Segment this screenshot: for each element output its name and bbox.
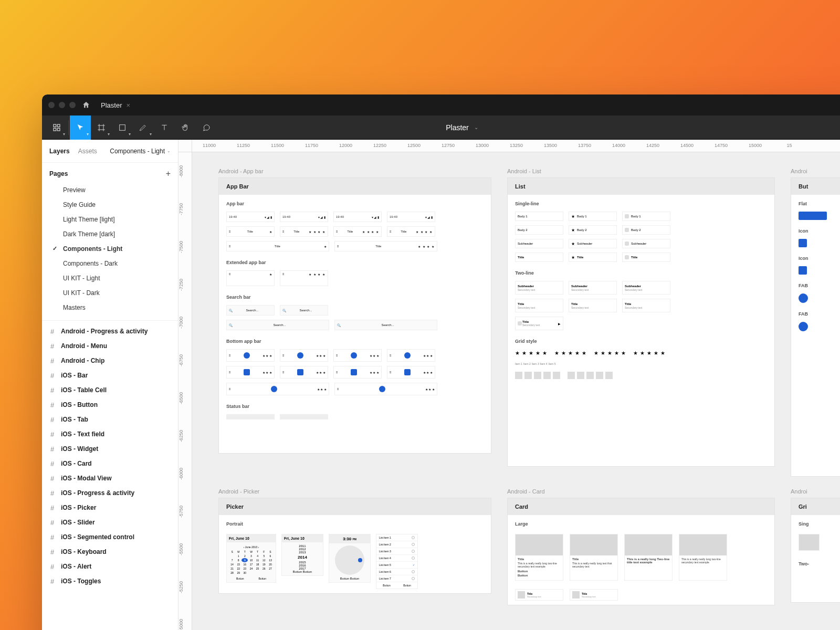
svg-rect-2 xyxy=(54,128,56,131)
layer-item[interactable]: iOS - Table Cell xyxy=(42,383,178,397)
page-item[interactable]: Dark Theme [dark] xyxy=(46,227,174,242)
comment-tool[interactable] xyxy=(196,116,217,140)
page-item[interactable]: Light Theme [light] xyxy=(46,212,174,227)
layer-item[interactable]: iOS - Modal View xyxy=(42,471,178,486)
chevron-down-icon: ⌄ xyxy=(167,149,171,153)
layer-list[interactable]: Android - Progress & activity Android - … xyxy=(42,321,178,630)
frame-android-card[interactable]: Android - Card Card Large TitleThis is a… xyxy=(507,488,775,605)
chevron-down-icon: ⌄ xyxy=(474,124,478,130)
close-icon[interactable]: × xyxy=(126,101,130,109)
chevron-down-icon: ▾ xyxy=(87,132,89,136)
svg-rect-0 xyxy=(54,124,56,127)
toolbar-divider xyxy=(68,120,69,135)
shape-tool[interactable]: ▾ xyxy=(112,116,133,140)
layer-item[interactable]: iOS - Alert xyxy=(42,559,178,574)
year-picker: Fri, June 10 201120122013 2014 201520162… xyxy=(281,534,323,576)
frame-title: Gri xyxy=(791,498,840,515)
chevron-down-icon: ▾ xyxy=(129,132,131,136)
frame-title: Picker xyxy=(219,498,491,515)
svg-rect-4 xyxy=(120,124,125,130)
layer-item[interactable]: iOS - Widget xyxy=(42,442,178,456)
main-toolbar: ▾ ▾ ▾ ▾ ▾ Plaster ⌄ xyxy=(42,116,840,140)
pen-tool[interactable]: ▾ xyxy=(133,116,154,140)
time-picker: 3:30 PM Button Button xyxy=(329,534,371,583)
plus-icon[interactable]: + xyxy=(166,169,171,178)
frame-android-list[interactable]: Android - List List Single-line Body 1 ★… xyxy=(507,168,775,467)
frame-title: List xyxy=(508,178,774,195)
page-item-selected[interactable]: Components - Light xyxy=(46,242,174,256)
traffic-close[interactable] xyxy=(48,102,55,108)
home-icon[interactable] xyxy=(82,101,90,109)
layer-item[interactable]: Android - Chip xyxy=(42,353,178,368)
chevron-down-icon: ▾ xyxy=(63,132,65,136)
page-item[interactable]: UI KIT - Dark xyxy=(46,286,174,300)
layer-item[interactable]: iOS - Picker xyxy=(42,500,178,515)
traffic-zoom[interactable] xyxy=(69,102,76,108)
page-item[interactable]: Style Guide xyxy=(46,197,174,212)
move-tool[interactable]: ▾ xyxy=(70,116,91,140)
canvas[interactable]: Android - App bar App Bar App bar 19:40▾… xyxy=(192,152,840,630)
page-item[interactable]: UI KIT - Light xyxy=(46,271,174,286)
panel-tabs: Layers Assets Components - Light ⌄ xyxy=(42,140,178,163)
page-item[interactable]: Components - Dark xyxy=(46,256,174,271)
traffic-lights[interactable] xyxy=(48,102,76,108)
tab-assets[interactable]: Assets xyxy=(78,148,97,155)
svg-rect-1 xyxy=(57,124,60,127)
list-picker: List item 1 List item 2 List item 3 List… xyxy=(376,534,418,589)
workspace: Layers Assets Components - Light ⌄ Pages… xyxy=(42,140,840,630)
layer-item[interactable]: Android - Menu xyxy=(42,339,178,353)
frame-android-button[interactable]: Androi But Flat Icon Icon FAB FAB xyxy=(791,168,840,477)
layer-item[interactable]: iOS - Toggles xyxy=(42,574,178,589)
layer-item[interactable]: iOS - Keyboard xyxy=(42,544,178,559)
date-picker: Fri, June 10 ‹ June 2010 › SMTWTFS 12345… xyxy=(226,534,276,583)
page-item[interactable]: Masters xyxy=(46,300,174,315)
layer-item[interactable]: iOS - Tab xyxy=(42,412,178,427)
layer-item[interactable]: iOS - Card xyxy=(42,456,178,471)
frame-android-grid[interactable]: Androi Gri Sing Two- xyxy=(791,488,840,603)
layer-item[interactable]: iOS - Progress & activity xyxy=(42,486,178,500)
pages-header: Pages + xyxy=(42,163,178,183)
layer-item[interactable]: iOS - Bar xyxy=(42,368,178,383)
file-tab[interactable]: Plaster × xyxy=(97,99,134,111)
layer-item[interactable]: iOS - Button xyxy=(42,397,178,412)
layer-item[interactable]: iOS - Slider xyxy=(42,515,178,530)
tab-layers[interactable]: Layers xyxy=(49,148,70,155)
frame-title: Card xyxy=(508,498,774,515)
layer-item[interactable]: iOS - Text field xyxy=(42,427,178,442)
ruler-horizontal: 1100011250115001175012000122501250012750… xyxy=(192,140,840,152)
frame-tool[interactable]: ▾ xyxy=(91,116,112,140)
hand-tool[interactable] xyxy=(175,116,196,140)
ruler-corner xyxy=(178,140,192,152)
layer-item[interactable]: iOS - Segmented control xyxy=(42,530,178,544)
traffic-minimize[interactable] xyxy=(59,102,65,108)
appbar-sample: 19:40▾ ◢ ▮ xyxy=(226,212,275,222)
tab-title: Plaster xyxy=(101,101,122,109)
frame-android-picker[interactable]: Android - Picker Picker Portrait Fri, Ju… xyxy=(218,488,491,594)
app-window: Plaster × ▾ ▾ ▾ ▾ ▾ xyxy=(42,94,840,630)
layer-item[interactable]: Android - Progress & activity xyxy=(42,324,178,339)
page-selector[interactable]: Components - Light ⌄ xyxy=(110,148,171,155)
frame-title: But xyxy=(791,178,840,195)
window-titlebar: Plaster × xyxy=(42,94,840,116)
svg-rect-3 xyxy=(57,128,60,131)
document-title[interactable]: Plaster ⌄ xyxy=(446,123,478,132)
ruler-vertical: -8000-7750-7500-7250-7000-6750-6500-6250… xyxy=(178,152,192,630)
page-list: Preview Style Guide Light Theme [light] … xyxy=(42,183,178,321)
left-panel: Layers Assets Components - Light ⌄ Pages… xyxy=(42,140,178,630)
frame-title: App Bar xyxy=(219,178,491,195)
chevron-down-icon: ▾ xyxy=(150,132,152,136)
page-item[interactable]: Preview xyxy=(46,183,174,197)
chevron-down-icon: ▾ xyxy=(108,132,110,136)
menu-tool[interactable]: ▾ xyxy=(46,116,67,140)
canvas-area[interactable]: 1100011250115001175012000122501250012750… xyxy=(178,140,840,630)
frame-android-appbar[interactable]: Android - App bar App Bar App bar 19:40▾… xyxy=(218,168,491,454)
text-tool[interactable] xyxy=(154,116,175,140)
